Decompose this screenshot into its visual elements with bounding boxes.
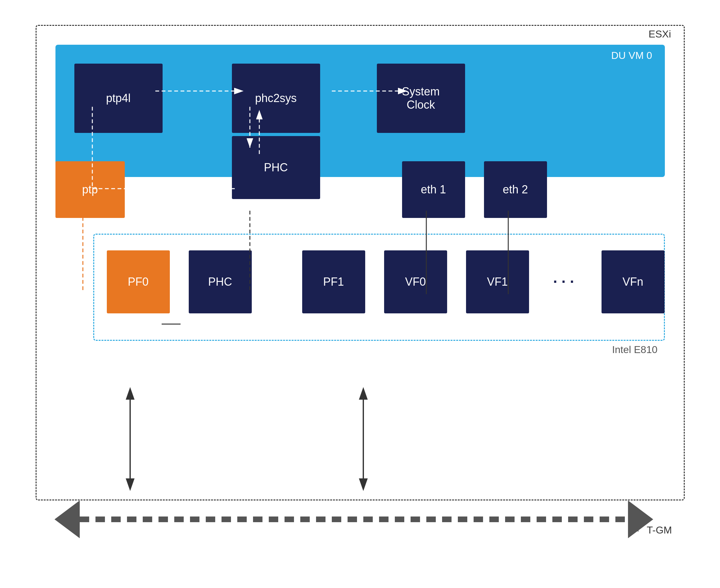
pf0-box: PF0	[107, 250, 170, 313]
esxi-label: ESXi	[649, 28, 671, 40]
system-clock-box: System Clock	[377, 64, 465, 133]
tgm-arrow-left: ←	[628, 523, 642, 538]
vf0-box: VF0	[384, 250, 447, 313]
vfn-box: VFn	[601, 250, 664, 313]
eth2-box: eth 2	[484, 161, 547, 218]
intel-box: Intel E810 PF0 PHC PF1 VF0 VF1	[93, 234, 665, 341]
ptp-box: ptp	[56, 161, 125, 218]
vf1-box: VF1	[466, 250, 529, 313]
duvm-label: DU VM 0	[611, 50, 652, 61]
ptp4l-box: ptp4l	[74, 64, 163, 133]
esxi-box: ESXi DU VM 0 ptp4l phc2sys System Clock …	[36, 25, 685, 501]
intel-label: Intel E810	[612, 344, 657, 356]
dots-label: · · ·	[545, 266, 583, 298]
phc2sys-box: phc2sys	[232, 64, 320, 133]
phc-pci-box: PHC	[189, 250, 252, 313]
eth1-box: eth 1	[402, 161, 465, 218]
pf1-box: PF1	[302, 250, 365, 313]
phc-vm-box: PHC	[232, 136, 320, 199]
tgm-label: T-GM	[647, 524, 672, 536]
bus-left-chevron	[55, 501, 80, 538]
duvm-box: DU VM 0 ptp4l phc2sys System Clock PHC	[56, 45, 665, 177]
diagram: ESXi DU VM 0 ptp4l phc2sys System Clock …	[29, 19, 691, 570]
tgm-label-container: ← T-GM	[628, 523, 672, 538]
